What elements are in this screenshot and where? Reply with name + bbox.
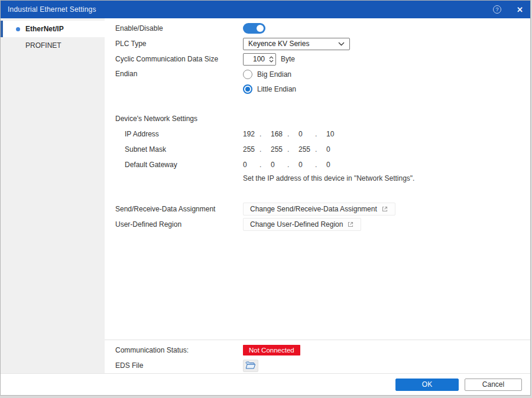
network-settings-header: Device's Network Settings (115, 115, 197, 123)
octet-separator: . (315, 161, 326, 169)
little-endian-option[interactable]: Little Endian (243, 81, 296, 96)
octet-separator: . (259, 145, 271, 154)
cyclic-data-size-row: Cyclic Communication Data Size 100 Byte (105, 51, 530, 67)
chevron-up-icon (269, 56, 274, 59)
endian-label: Endian (115, 67, 243, 81)
ip-address-label: IP Address (115, 130, 243, 138)
ok-button[interactable]: OK (395, 379, 459, 391)
gateway-octet-3: 0 (299, 161, 315, 169)
settings-panel: Enable/Disable PLC Type Keyence KV Serie… (105, 18, 530, 373)
enable-disable-label: Enable/Disable (115, 24, 243, 32)
gateway-octet-2: 0 (271, 161, 287, 169)
ip-address-row: IP Address 192 . 168 . 0 . 10 (105, 126, 530, 142)
radio-icon (243, 70, 252, 79)
eds-file-row: EDS File (105, 358, 530, 373)
change-assignment-button[interactable]: Change Send/Receive-Data Assignment (243, 203, 395, 216)
plc-type-dropdown[interactable]: Keyence KV Series (243, 38, 350, 50)
cancel-button[interactable]: Cancel (465, 379, 522, 391)
dialog-footer: OK Cancel (1, 373, 530, 395)
eds-file-label: EDS File (115, 361, 243, 370)
subnet-mask-value: 255 . 255 . 255 . 0 (243, 145, 343, 154)
assignment-row: Send/Receive-Data Assignment Change Send… (105, 201, 530, 217)
enable-toggle[interactable] (243, 23, 265, 34)
change-region-label: Change User-Defined Region (250, 220, 343, 229)
status-badge: Not Connected (243, 345, 300, 355)
ip-note-text: Set the IP address of this device in "Ne… (243, 174, 414, 182)
region-row: User-Defined Region Change User-Defined … (105, 217, 530, 232)
cyclic-data-size-input[interactable]: 100 (243, 53, 276, 66)
ip-octet-3: 0 (299, 130, 315, 138)
toggle-knob-icon (257, 25, 264, 32)
default-gateway-label: Default Gateway (115, 161, 243, 169)
change-region-button[interactable]: Change User-Defined Region (243, 218, 361, 231)
ip-octet-4: 10 (326, 130, 343, 138)
subnet-octet-4: 0 (326, 145, 343, 154)
plc-type-label: PLC Type (115, 40, 243, 48)
default-gateway-row: Default Gateway 0 . 0 . 0 . 0 (105, 157, 530, 172)
communication-status-label: Communication Status: (115, 346, 243, 354)
subnet-mask-label: Subnet Mask (115, 145, 243, 154)
ip-octet-1: 192 (243, 130, 259, 138)
subnet-octet-2: 255 (271, 145, 287, 154)
big-endian-option[interactable]: Big Endian (243, 67, 296, 81)
octet-separator: . (259, 130, 271, 138)
cyclic-data-size-value: 100 (244, 55, 267, 63)
open-eds-file-button[interactable] (243, 360, 258, 372)
external-link-icon (347, 221, 354, 228)
external-link-icon (381, 205, 388, 213)
region-label: User-Defined Region (115, 220, 243, 229)
help-icon[interactable]: ? (493, 5, 501, 14)
octet-separator: . (259, 161, 271, 169)
big-endian-label: Big Endian (257, 70, 291, 79)
sidebar-item-ethernet-ip[interactable]: EtherNet/IP (1, 21, 105, 37)
endian-row: Endian Big Endian Little Endian (105, 67, 530, 96)
radio-checked-icon (243, 84, 252, 94)
little-endian-label: Little Endian (257, 85, 296, 93)
default-gateway-value: 0 . 0 . 0 . 0 (243, 161, 343, 169)
close-icon[interactable]: ✕ (517, 6, 523, 14)
change-assignment-label: Change Send/Receive-Data Assignment (250, 205, 377, 213)
ip-note-row: Set the IP address of this device in "Ne… (105, 172, 530, 184)
sidebar-item-profinet[interactable]: PROFINET (1, 37, 105, 54)
sidebar-item-label: PROFINET (25, 41, 61, 50)
assignment-label: Send/Receive-Data Assignment (115, 205, 243, 213)
selected-bullet-icon (16, 27, 20, 31)
plc-type-row: PLC Type Keyence KV Series (105, 36, 530, 51)
octet-separator: . (287, 130, 299, 138)
open-folder-icon (245, 361, 256, 370)
enable-disable-row: Enable/Disable (105, 21, 530, 36)
industrial-ethernet-settings-dialog: Industrial Ethernet Settings ? ✕ EtherNe… (0, 0, 531, 396)
chevron-down-icon (338, 42, 345, 46)
gateway-octet-1: 0 (243, 161, 259, 169)
octet-separator: . (315, 145, 326, 154)
sidebar-item-label: EtherNet/IP (25, 25, 64, 33)
octet-separator: . (315, 130, 326, 138)
subnet-octet-1: 255 (243, 145, 259, 154)
dialog-title: Industrial Ethernet Settings (8, 5, 96, 14)
cyclic-data-size-label: Cyclic Communication Data Size (115, 55, 243, 63)
octet-separator: . (287, 145, 299, 154)
status-section-divider (105, 340, 530, 340)
title-bar: Industrial Ethernet Settings ? ✕ (1, 1, 530, 18)
sidebar: EtherNet/IP PROFINET (1, 18, 105, 373)
communication-status-row: Communication Status: Not Connected (105, 342, 530, 358)
octet-separator: . (287, 161, 299, 169)
byte-unit-label: Byte (281, 55, 295, 63)
ip-address-value: 192 . 168 . 0 . 10 (243, 130, 343, 138)
spinner-arrows[interactable] (267, 56, 275, 63)
plc-type-value: Keyence KV Series (248, 40, 309, 48)
subnet-mask-row: Subnet Mask 255 . 255 . 255 . 0 (105, 142, 530, 157)
subnet-octet-3: 255 (299, 145, 315, 154)
ip-octet-2: 168 (271, 130, 287, 138)
chevron-down-icon (269, 60, 274, 63)
network-settings-header-row: Device's Network Settings (105, 111, 530, 126)
gateway-octet-4: 0 (326, 161, 343, 169)
